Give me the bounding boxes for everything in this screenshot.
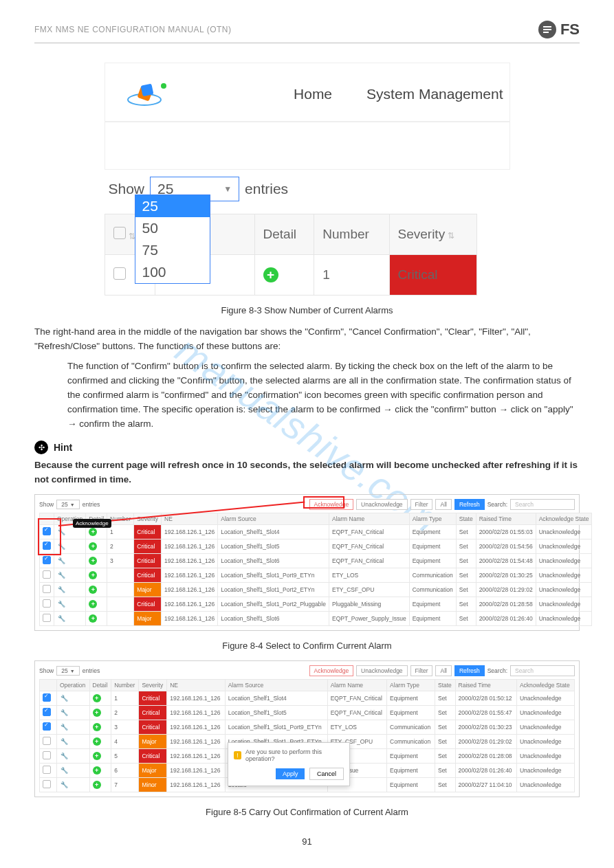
entries-option[interactable]: 75 xyxy=(135,239,210,261)
cell-ack-state: Unacknowledge xyxy=(516,764,574,778)
cell-ack-state: Unacknowledge xyxy=(516,691,574,706)
row-checkbox[interactable] xyxy=(43,614,51,622)
plus-icon[interactable]: + xyxy=(93,766,101,775)
cell-state: Set xyxy=(435,720,455,735)
acknowledge-button[interactable]: Acknowledge xyxy=(309,665,354,676)
filter-button[interactable]: Filter xyxy=(410,499,433,510)
plus-icon[interactable]: + xyxy=(89,557,97,565)
plus-icon[interactable]: + xyxy=(89,528,97,536)
brand-text: FS xyxy=(560,21,580,38)
wrench-icon[interactable]: 🔧 xyxy=(60,737,68,746)
entries-select[interactable]: 25 ▼ xyxy=(56,666,79,676)
unacknowledge-button[interactable]: Unacknowledge xyxy=(356,499,407,510)
entries-dropdown[interactable]: 25 50 75 100 xyxy=(135,194,210,284)
filter-button[interactable]: Filter xyxy=(410,665,433,676)
tooltip: Acknowledge xyxy=(73,519,111,528)
unacknowledge-button[interactable]: Unacknowledge xyxy=(356,665,407,676)
wrench-icon[interactable]: 🔧 xyxy=(60,766,68,775)
entries-option[interactable]: 25 xyxy=(135,195,210,217)
cell-ack-state: Unacknowledge xyxy=(516,706,574,720)
plus-icon[interactable]: + xyxy=(89,600,97,608)
page-header: FMX NMS NE CONFIGURATION MANUAL (OTN) FS xyxy=(34,21,580,43)
plus-icon[interactable]: + xyxy=(89,614,97,623)
row-checkbox[interactable] xyxy=(43,585,51,593)
nav-system-management[interactable]: System Management xyxy=(366,86,503,102)
severity-badge: Critical xyxy=(134,525,162,539)
row-checkbox[interactable] xyxy=(43,751,51,759)
figure-8-4: Show 25 ▼ entries Acknowledge Unacknowle… xyxy=(34,494,580,631)
col-header: Alarm Name xyxy=(327,680,386,691)
cell-source: Location_Shelf1_Slot1_Port9_ETYn xyxy=(218,568,329,583)
cell-type: Equipment xyxy=(409,525,456,539)
wrench-icon[interactable]: 🔧 xyxy=(57,571,65,579)
row-checkbox[interactable] xyxy=(43,599,51,608)
severity-badge: Critical xyxy=(134,597,162,612)
apply-button[interactable]: Apply xyxy=(276,768,305,779)
col-header: Acknowledge State xyxy=(516,680,574,691)
row-checkbox[interactable] xyxy=(43,780,51,788)
wrench-icon[interactable]: 🔧 xyxy=(60,752,68,760)
row-checkbox[interactable] xyxy=(113,267,126,280)
refresh-button[interactable]: Refresh xyxy=(454,499,485,510)
col-detail: Detail xyxy=(254,214,314,255)
cell-ack-state: Unacknowledge xyxy=(536,539,592,554)
entries-option[interactable]: 100 xyxy=(135,261,210,283)
wrench-icon[interactable]: 🔧 xyxy=(60,723,68,731)
figure-caption: Figure 8-3 Show Number of Current Alarms xyxy=(34,305,580,315)
cell-ne: 192.168.126.1_126 xyxy=(162,554,218,568)
entries-select[interactable]: 25 ▼ xyxy=(56,500,79,509)
cell-type: Communication xyxy=(387,735,435,749)
cell-time: 2000/02/28 01:50:12 xyxy=(455,691,516,706)
wrench-icon[interactable]: 🔧 xyxy=(57,600,65,608)
wrench-icon[interactable]: 🔧 xyxy=(57,614,65,623)
cell-number: 3 xyxy=(111,720,139,735)
cell-state: Set xyxy=(456,539,476,554)
plus-icon[interactable]: + xyxy=(89,571,97,579)
col-header: NE xyxy=(167,680,225,691)
cell-state: Set xyxy=(456,583,476,597)
row-checkbox[interactable] xyxy=(43,708,51,716)
row-checkbox[interactable] xyxy=(43,766,51,774)
wrench-icon[interactable]: 🔧 xyxy=(60,781,68,789)
severity-badge: Major xyxy=(139,735,167,749)
row-checkbox[interactable] xyxy=(43,693,51,702)
plus-icon[interactable]: + xyxy=(93,694,101,702)
plus-icon[interactable]: + xyxy=(89,542,97,550)
plus-icon[interactable]: + xyxy=(93,781,101,789)
entries-option[interactable]: 50 xyxy=(135,217,210,239)
wrench-icon[interactable]: 🔧 xyxy=(57,557,65,565)
row-checkbox[interactable] xyxy=(43,570,51,579)
plus-icon[interactable]: + xyxy=(93,709,101,717)
plus-icon[interactable]: + xyxy=(93,752,101,760)
cell-source: Location_Shelf1_Slot4 xyxy=(218,525,329,539)
cell-alarm-name: EQPT_FAN_Critical xyxy=(329,539,409,554)
cell-type: Equipment xyxy=(387,749,435,764)
plus-icon[interactable]: + xyxy=(89,586,97,594)
wrench-icon[interactable]: 🔧 xyxy=(60,694,68,702)
plus-icon[interactable]: + xyxy=(263,267,278,282)
cell-time: 2000/02/28 01:29:02 xyxy=(476,583,536,597)
cancel-button[interactable]: Cancel xyxy=(309,768,344,780)
cell-type: Equipment xyxy=(409,612,456,626)
refresh-button[interactable]: Refresh xyxy=(454,665,485,676)
plus-icon[interactable]: + xyxy=(93,737,101,746)
all-button[interactable]: All xyxy=(435,499,451,510)
row-checkbox[interactable] xyxy=(43,556,51,564)
sort-icon[interactable]: ⇅ xyxy=(448,231,454,241)
search-input[interactable]: Search xyxy=(510,665,575,676)
cell-ack-state: Unacknowledge xyxy=(536,583,592,597)
row-checkbox[interactable] xyxy=(43,737,51,745)
cell-type: Equipment xyxy=(387,778,435,792)
search-input[interactable]: Search xyxy=(510,499,575,510)
cell-alarm-name: Pluggable_Missing xyxy=(329,597,409,612)
all-button[interactable]: All xyxy=(435,665,451,676)
row-checkbox[interactable] xyxy=(43,722,51,731)
checkbox-all[interactable] xyxy=(113,227,126,239)
nav-home[interactable]: Home xyxy=(294,86,332,102)
cell-number xyxy=(107,612,134,626)
severity-badge: Critical xyxy=(134,554,162,568)
wrench-icon[interactable]: 🔧 xyxy=(57,586,65,594)
wrench-icon[interactable]: 🔧 xyxy=(60,709,68,717)
app-navbar: Home System Management xyxy=(105,63,510,122)
plus-icon[interactable]: + xyxy=(93,723,101,731)
